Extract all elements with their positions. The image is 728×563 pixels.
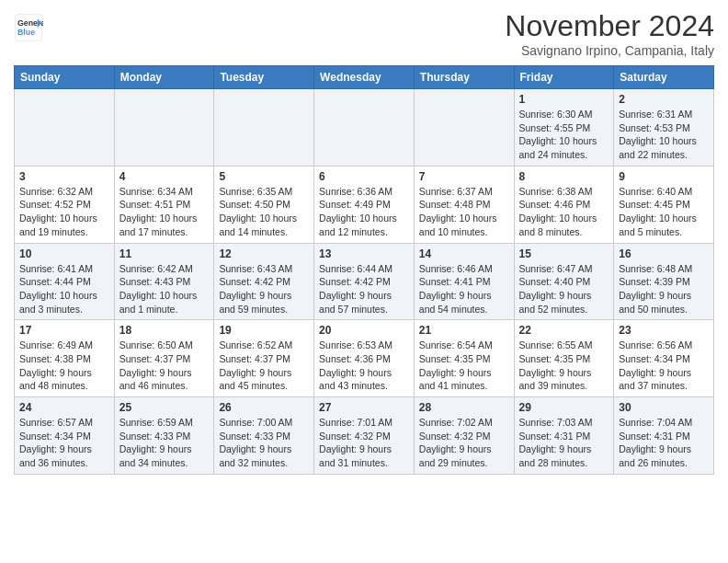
calendar-cell: 20Sunrise: 6:53 AM Sunset: 4:36 PM Dayli… [314,320,415,397]
day-number: 24 [19,401,109,414]
calendar-cell: 30Sunrise: 7:04 AM Sunset: 4:31 PM Dayli… [614,397,714,475]
col-header-thursday: Thursday [414,66,514,89]
day-number: 21 [419,324,509,337]
svg-text:Blue: Blue [17,28,35,37]
calendar-week-1: 1Sunrise: 6:30 AM Sunset: 4:55 PM Daylig… [15,89,714,167]
day-number: 23 [619,324,709,337]
day-number: 13 [319,247,409,260]
calendar-cell: 23Sunrise: 6:56 AM Sunset: 4:34 PM Dayli… [614,320,714,397]
day-number: 7 [419,170,509,183]
day-info: Sunrise: 7:02 AM Sunset: 4:32 PM Dayligh… [419,416,509,470]
logo-icon: General Blue [14,13,43,42]
day-info: Sunrise: 6:53 AM Sunset: 4:36 PM Dayligh… [319,339,409,393]
day-number: 12 [219,247,309,260]
day-info: Sunrise: 6:48 AM Sunset: 4:39 PM Dayligh… [619,262,709,316]
day-number: 6 [319,170,409,183]
day-info: Sunrise: 6:38 AM Sunset: 4:46 PM Dayligh… [519,185,609,239]
day-number: 14 [419,247,509,260]
calendar-cell: 24Sunrise: 6:57 AM Sunset: 4:34 PM Dayli… [15,397,115,475]
day-number: 22 [519,324,609,337]
day-info: Sunrise: 6:47 AM Sunset: 4:40 PM Dayligh… [519,262,609,316]
day-number: 17 [19,324,109,337]
calendar-cell: 3Sunrise: 6:32 AM Sunset: 4:52 PM Daylig… [15,166,115,243]
calendar-cell [314,89,415,167]
calendar-cell: 15Sunrise: 6:47 AM Sunset: 4:40 PM Dayli… [514,243,614,320]
col-header-monday: Monday [114,66,214,89]
calendar-week-4: 17Sunrise: 6:49 AM Sunset: 4:38 PM Dayli… [15,320,714,397]
calendar-cell: 17Sunrise: 6:49 AM Sunset: 4:38 PM Dayli… [15,320,115,397]
day-number: 2 [619,93,709,106]
col-header-tuesday: Tuesday [214,66,314,89]
day-number: 3 [19,170,109,183]
day-info: Sunrise: 6:40 AM Sunset: 4:45 PM Dayligh… [619,185,709,239]
day-info: Sunrise: 6:41 AM Sunset: 4:44 PM Dayligh… [19,262,109,316]
day-info: Sunrise: 7:01 AM Sunset: 4:32 PM Dayligh… [319,416,409,470]
calendar-cell: 22Sunrise: 6:55 AM Sunset: 4:35 PM Dayli… [514,320,614,397]
col-header-sunday: Sunday [15,66,115,89]
calendar-cell: 29Sunrise: 7:03 AM Sunset: 4:31 PM Dayli… [514,397,614,475]
calendar-cell: 21Sunrise: 6:54 AM Sunset: 4:35 PM Dayli… [414,320,514,397]
day-number: 16 [619,247,709,260]
col-header-saturday: Saturday [614,66,714,89]
day-number: 20 [319,324,409,337]
calendar-cell: 10Sunrise: 6:41 AM Sunset: 4:44 PM Dayli… [15,243,115,320]
calendar-cell: 16Sunrise: 6:48 AM Sunset: 4:39 PM Dayli… [614,243,714,320]
day-number: 19 [219,324,309,337]
day-info: Sunrise: 6:32 AM Sunset: 4:52 PM Dayligh… [19,185,109,239]
day-number: 9 [619,170,709,183]
location: Savignano Irpino, Campania, Italy [505,43,714,58]
month-title: November 2024 [505,9,714,43]
day-number: 25 [119,401,210,414]
calendar-cell: 9Sunrise: 6:40 AM Sunset: 4:45 PM Daylig… [614,166,714,243]
day-info: Sunrise: 6:34 AM Sunset: 4:51 PM Dayligh… [119,185,210,239]
day-info: Sunrise: 6:55 AM Sunset: 4:35 PM Dayligh… [519,339,609,393]
day-info: Sunrise: 6:54 AM Sunset: 4:35 PM Dayligh… [419,339,509,393]
day-info: Sunrise: 6:46 AM Sunset: 4:41 PM Dayligh… [419,262,509,316]
day-info: Sunrise: 6:56 AM Sunset: 4:34 PM Dayligh… [619,339,709,393]
day-number: 4 [119,170,210,183]
day-number: 28 [419,401,509,414]
calendar-cell: 19Sunrise: 6:52 AM Sunset: 4:37 PM Dayli… [214,320,314,397]
calendar-cell: 8Sunrise: 6:38 AM Sunset: 4:46 PM Daylig… [514,166,614,243]
day-info: Sunrise: 6:30 AM Sunset: 4:55 PM Dayligh… [519,108,609,162]
col-header-friday: Friday [514,66,614,89]
calendar-week-3: 10Sunrise: 6:41 AM Sunset: 4:44 PM Dayli… [15,243,714,320]
page-header: General Blue November 2024 Savignano Irp… [14,9,714,58]
day-number: 11 [119,247,210,260]
day-info: Sunrise: 6:57 AM Sunset: 4:34 PM Dayligh… [19,416,109,470]
day-info: Sunrise: 7:03 AM Sunset: 4:31 PM Dayligh… [519,416,609,470]
day-number: 8 [519,170,609,183]
calendar-cell: 7Sunrise: 6:37 AM Sunset: 4:48 PM Daylig… [414,166,514,243]
day-info: Sunrise: 6:50 AM Sunset: 4:37 PM Dayligh… [119,339,210,393]
calendar-cell: 2Sunrise: 6:31 AM Sunset: 4:53 PM Daylig… [614,89,714,167]
day-number: 30 [619,401,709,414]
day-info: Sunrise: 6:31 AM Sunset: 4:53 PM Dayligh… [619,108,709,162]
calendar-cell [214,89,314,167]
calendar-week-5: 24Sunrise: 6:57 AM Sunset: 4:34 PM Dayli… [15,397,714,475]
day-info: Sunrise: 6:59 AM Sunset: 4:33 PM Dayligh… [119,416,210,470]
day-number: 27 [319,401,409,414]
calendar-cell: 12Sunrise: 6:43 AM Sunset: 4:42 PM Dayli… [214,243,314,320]
day-number: 26 [219,401,309,414]
calendar-cell: 27Sunrise: 7:01 AM Sunset: 4:32 PM Dayli… [314,397,415,475]
day-info: Sunrise: 6:49 AM Sunset: 4:38 PM Dayligh… [19,339,109,393]
calendar-cell: 4Sunrise: 6:34 AM Sunset: 4:51 PM Daylig… [114,166,214,243]
day-info: Sunrise: 7:00 AM Sunset: 4:33 PM Dayligh… [219,416,309,470]
day-number: 18 [119,324,210,337]
day-info: Sunrise: 6:42 AM Sunset: 4:43 PM Dayligh… [119,262,210,316]
calendar-cell: 1Sunrise: 6:30 AM Sunset: 4:55 PM Daylig… [514,89,614,167]
calendar-week-2: 3Sunrise: 6:32 AM Sunset: 4:52 PM Daylig… [15,166,714,243]
day-info: Sunrise: 6:52 AM Sunset: 4:37 PM Dayligh… [219,339,309,393]
day-number: 15 [519,247,609,260]
calendar-cell: 25Sunrise: 6:59 AM Sunset: 4:33 PM Dayli… [114,397,214,475]
calendar-cell: 28Sunrise: 7:02 AM Sunset: 4:32 PM Dayli… [414,397,514,475]
day-number: 5 [219,170,309,183]
day-info: Sunrise: 6:35 AM Sunset: 4:50 PM Dayligh… [219,185,309,239]
day-info: Sunrise: 6:37 AM Sunset: 4:48 PM Dayligh… [419,185,509,239]
calendar-cell: 18Sunrise: 6:50 AM Sunset: 4:37 PM Dayli… [114,320,214,397]
calendar-cell [15,89,115,167]
day-info: Sunrise: 6:44 AM Sunset: 4:42 PM Dayligh… [319,262,409,316]
day-info: Sunrise: 7:04 AM Sunset: 4:31 PM Dayligh… [619,416,709,470]
day-info: Sunrise: 6:43 AM Sunset: 4:42 PM Dayligh… [219,262,309,316]
day-number: 10 [19,247,109,260]
